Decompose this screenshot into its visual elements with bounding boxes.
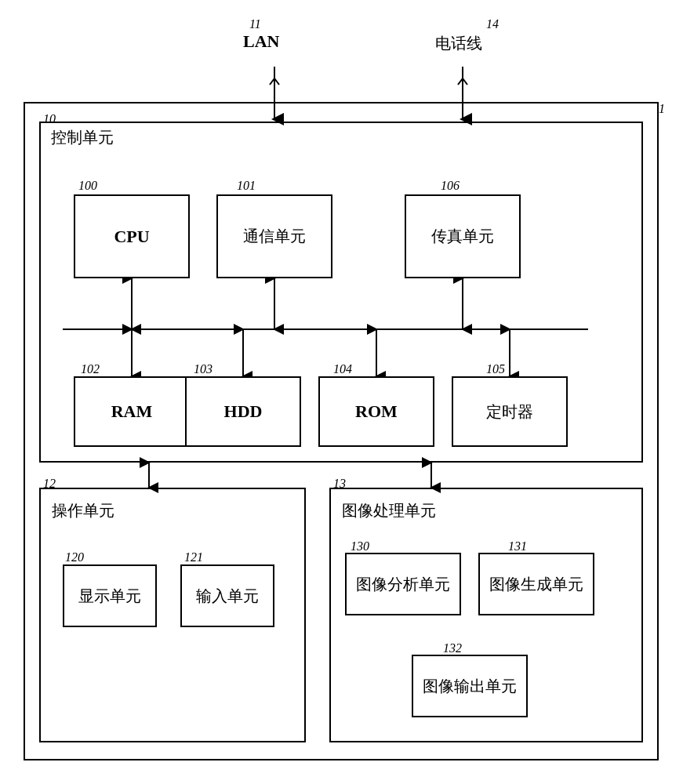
cpu-box: CPU bbox=[74, 194, 190, 278]
ref-fax: 106 bbox=[441, 179, 460, 193]
control-label: 控制单元 bbox=[51, 127, 114, 148]
ref-input: 121 bbox=[184, 550, 203, 564]
ref-ram: 102 bbox=[81, 362, 100, 376]
svg-line-7 bbox=[270, 78, 274, 85]
display-box: 显示单元 bbox=[63, 564, 157, 627]
lan-label: LAN bbox=[243, 31, 279, 52]
operation-label: 操作单元 bbox=[52, 500, 114, 521]
ram-box: RAM bbox=[74, 376, 190, 447]
image-output-box: 图像输出单元 bbox=[412, 655, 528, 717]
comms-box: 通信单元 bbox=[216, 194, 332, 278]
ref-control: 10 bbox=[43, 112, 56, 126]
ref-comms: 101 bbox=[237, 179, 256, 193]
ref-image-analysis: 130 bbox=[351, 539, 369, 554]
rom-label: ROM bbox=[355, 401, 398, 422]
phone-label: 电话线 bbox=[435, 33, 482, 54]
image-gen-label: 图像生成单元 bbox=[489, 574, 583, 595]
diagram: 1 10 控制单元 CPU 100 通信单元 101 传真单元 106 RAM … bbox=[0, 0, 683, 784]
ref-timer: 105 bbox=[486, 362, 505, 376]
svg-line-8 bbox=[274, 78, 279, 85]
display-label: 显示单元 bbox=[78, 586, 141, 607]
ram-label: RAM bbox=[111, 401, 153, 422]
fax-label: 传真单元 bbox=[431, 226, 494, 247]
fax-box: 传真单元 bbox=[405, 194, 521, 278]
image-analysis-label: 图像分析单元 bbox=[356, 574, 450, 595]
timer-label: 定时器 bbox=[486, 401, 533, 423]
input-label: 输入单元 bbox=[196, 586, 259, 607]
comms-label: 通信单元 bbox=[243, 226, 306, 247]
cpu-label: CPU bbox=[114, 227, 149, 247]
svg-line-11 bbox=[463, 78, 467, 85]
image-gen-box: 图像生成单元 bbox=[478, 553, 594, 615]
rom-box: ROM bbox=[318, 376, 434, 447]
ref-image-output: 132 bbox=[443, 641, 462, 655]
ref-image-gen: 131 bbox=[508, 539, 527, 554]
ref-lan: 11 bbox=[249, 17, 261, 31]
svg-line-10 bbox=[458, 78, 463, 85]
image-label: 图像处理单元 bbox=[342, 500, 436, 521]
hdd-label: HDD bbox=[224, 401, 263, 422]
timer-box: 定时器 bbox=[452, 376, 568, 447]
ref-phone: 14 bbox=[486, 17, 499, 31]
image-analysis-box: 图像分析单元 bbox=[345, 553, 461, 615]
ref-display: 120 bbox=[65, 550, 84, 564]
ref-operation: 12 bbox=[43, 477, 56, 491]
image-output-label: 图像输出单元 bbox=[423, 676, 517, 697]
ref-hdd: 103 bbox=[194, 362, 213, 376]
hdd-box: HDD bbox=[185, 376, 301, 447]
ref-cpu: 100 bbox=[78, 179, 97, 193]
ref-image: 13 bbox=[333, 477, 346, 491]
ref-rom: 104 bbox=[333, 362, 352, 376]
input-box: 输入单元 bbox=[180, 564, 274, 627]
ref-device: 1 bbox=[659, 102, 665, 116]
